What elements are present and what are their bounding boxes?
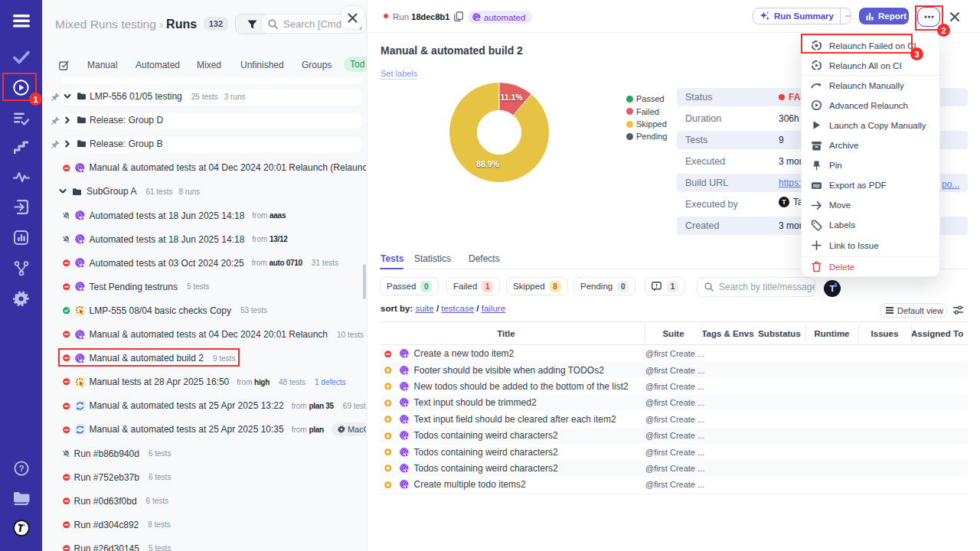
- svg-text:?: ?: [18, 464, 24, 473]
- svg-text:11.1%: 11.1%: [500, 93, 523, 102]
- svg-text:PDF: PDF: [813, 184, 820, 187]
- svg-text:88.9%: 88.9%: [476, 159, 499, 168]
